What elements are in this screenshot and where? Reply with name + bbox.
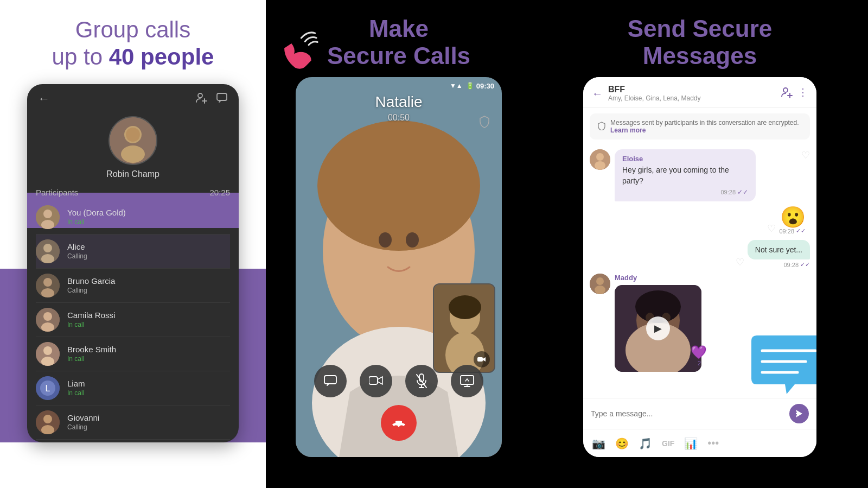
video-like-area: 💜 2: [691, 345, 707, 366]
participant-name-liam: Liam: [67, 379, 85, 388]
call-duration: 00:50: [296, 113, 502, 123]
participant-row-brooke[interactable]: Brooke Smith In call: [36, 337, 230, 371]
video-thumbnail[interactable]: ▶: [615, 285, 701, 372]
svg-point-18: [43, 312, 52, 321]
svg-point-49: [783, 88, 788, 92]
chat-back-button[interactable]: ←: [592, 87, 603, 100]
add-contact-icon[interactable]: [195, 92, 207, 106]
svg-rect-41: [369, 377, 378, 384]
emoji-reaction-row: ♡ 😮 09:28✓✓: [590, 207, 806, 235]
gif-bottom-icon[interactable]: GIF: [662, 439, 674, 448]
back-button[interactable]: ←: [38, 92, 50, 106]
panel-group-calls: Group calls up to 40 people ←: [0, 0, 266, 488]
video-play-button[interactable]: ▶: [646, 316, 670, 340]
participant-status-bruno: Calling: [67, 287, 115, 294]
call-name-overlay: Natalie 00:50: [296, 93, 502, 123]
participant-avatar-bruno: [36, 274, 60, 297]
encryption-text: Messages sent by participants in this co…: [610, 119, 802, 134]
participant-row-liam[interactable]: L Liam In call: [36, 371, 230, 405]
profile-section: Robin Champ: [27, 112, 239, 188]
svg-point-57: [595, 286, 605, 294]
participant-row[interactable]: You (Dora Gold) In call: [36, 200, 230, 235]
participants-time: 20:25: [209, 188, 230, 197]
end-call-button[interactable]: [381, 405, 417, 441]
participant-name-giovanni: Giovanni: [67, 413, 99, 422]
participant-status: In call: [67, 218, 126, 226]
screen-share-button[interactable]: [451, 365, 483, 397]
svg-point-12: [43, 244, 52, 252]
svg-point-27: [43, 415, 52, 423]
phone-mockup-2: ▼▲ 🔋 09:30: [296, 77, 502, 457]
control-buttons-row: [314, 365, 483, 397]
end-call-row: [381, 405, 417, 441]
heart-count: 2: [698, 360, 701, 366]
panel3-title: Send Secure Messages: [611, 0, 789, 75]
participant-row-camila[interactable]: Camila Rossi In call: [36, 303, 230, 337]
learn-more-link[interactable]: Learn more: [610, 126, 646, 134]
participant-avatar-alice: [36, 239, 60, 263]
avatar-face: [110, 117, 156, 164]
maddy-avatar: [590, 274, 610, 294]
outgoing-like-button[interactable]: ♡: [736, 256, 744, 268]
add-member-icon[interactable]: [781, 86, 793, 101]
profile-name: Robin Champ: [106, 169, 159, 179]
participant-name: You (Dora Gold): [67, 208, 126, 217]
participant-row-bruno[interactable]: Bruno Garcia Calling: [36, 269, 230, 303]
emoji-reaction: 😮: [780, 207, 806, 227]
participant-name-camila: Camila Rossi: [67, 310, 115, 320]
maddy-sender: Maddy: [615, 274, 810, 282]
svg-rect-40: [324, 376, 336, 384]
reaction-like-button[interactable]: ♡: [767, 223, 776, 235]
chat-title: BFF: [608, 85, 775, 94]
shield-icon-small: [597, 122, 606, 132]
eloise-bubble: Eloise Hey girls, are you coming to the …: [615, 149, 756, 201]
caller-name: Natalie: [296, 93, 502, 111]
participant-avatar: [36, 205, 60, 229]
call-controls: [296, 365, 502, 441]
secure-messages-title: Send Secure Messages: [628, 15, 773, 69]
message-input[interactable]: [591, 409, 784, 418]
group-calls-title: Group calls up to 40 people: [52, 16, 214, 71]
svg-point-0: [198, 93, 202, 98]
participant-name-bruno: Bruno Garcia: [67, 276, 115, 286]
pip-video-thumbnail: [433, 283, 495, 373]
svg-point-21: [43, 346, 52, 355]
svg-point-38: [449, 295, 481, 319]
mute-button[interactable]: [405, 365, 438, 397]
chat-members: Amy, Eloise, Gina, Lena, Maddy: [608, 94, 775, 102]
outgoing-bubble: Not sure yet...: [748, 240, 810, 259]
chart-bottom-icon[interactable]: 📊: [684, 437, 698, 450]
eloise-like-button[interactable]: ♡: [801, 149, 810, 161]
participant-info-giovanni: Giovanni Calling: [67, 413, 99, 431]
more-bottom-icon[interactable]: •••: [707, 437, 719, 449]
more-options-icon[interactable]: ⋮: [798, 86, 808, 101]
participant-status-brooke: In call: [67, 355, 116, 363]
panel-secure-messages: Send Secure Messages ← BFF Amy, Eloise, …: [532, 0, 868, 488]
participants-header: Participants 20:25: [36, 182, 230, 200]
eloise-sender: Eloise: [622, 155, 748, 163]
participant-row-giovanni[interactable]: Giovanni Calling: [36, 405, 230, 440]
video-heart-button[interactable]: 💜: [691, 345, 707, 360]
svg-point-7: [126, 128, 140, 142]
participant-name-brooke: Brooke Smith: [67, 345, 116, 354]
send-button[interactable]: [789, 404, 809, 423]
chat-icon[interactable]: [216, 92, 228, 106]
participant-info-liam: Liam In call: [67, 379, 85, 397]
camera-bottom-icon[interactable]: 📷: [592, 437, 605, 450]
participant-row-alice[interactable]: Alice Calling: [36, 235, 230, 269]
svg-point-33: [379, 232, 392, 248]
outgoing-text: Not sure yet...: [755, 245, 802, 254]
viber-bubble-decoration: [746, 330, 816, 403]
video-button[interactable]: [360, 365, 392, 397]
audio-bottom-icon[interactable]: 🎵: [639, 437, 652, 450]
svg-point-9: [43, 210, 52, 218]
chat-button[interactable]: [314, 365, 347, 397]
profile-avatar: [108, 116, 157, 165]
chat-header: ← BFF Amy, Eloise, Gina, Lena, Maddy ⋮: [583, 77, 816, 108]
outgoing-message: ♡ Not sure yet... 09:28✓✓: [590, 240, 810, 268]
svg-point-54: [595, 161, 605, 170]
participant-info-alice: Alice Calling: [67, 242, 87, 260]
participant-info-camila: Camila Rossi In call: [67, 310, 115, 328]
eloise-meta: 09:28 ✓✓: [622, 188, 748, 196]
emoji-bottom-icon[interactable]: 😊: [615, 437, 629, 450]
